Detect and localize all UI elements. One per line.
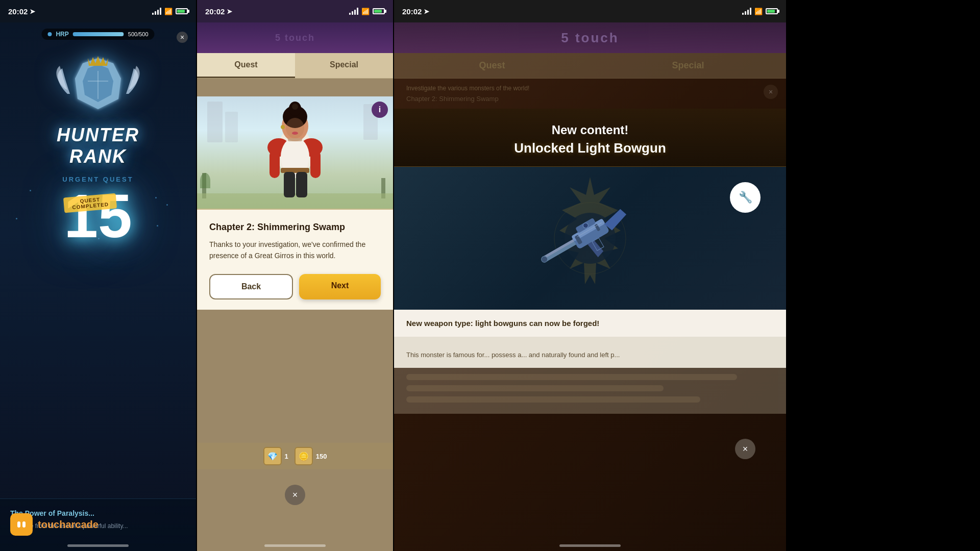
badge-emblem (52, 53, 144, 135)
svg-point-20 (286, 118, 304, 138)
svg-rect-23 (288, 138, 302, 141)
new-content-subtitle: Unlocked Light Bowgun (410, 140, 770, 156)
reward-icon-2: 🪙 (295, 447, 313, 465)
p3-behind-text: Investigate the various monsters of the … (406, 85, 774, 92)
wifi-icon-2: 📶 (361, 8, 370, 15)
p2-close-button[interactable]: × (285, 485, 305, 505)
tab-special-2[interactable]: Special (295, 53, 393, 78)
p2-app-header: 5 touch (197, 22, 393, 53)
home-indicator-3 (559, 544, 621, 547)
battery-icon-3 (766, 8, 778, 14)
tab-quest-2[interactable]: Quest (197, 53, 295, 78)
dialog-buttons: Back Next (209, 274, 381, 299)
phone-3-new-content: 20:02 ➤ 📶 5 touch Quest Special (394, 0, 786, 551)
reward-icon-1: 💎 (263, 447, 282, 465)
blur-line-3 (406, 396, 700, 403)
time-label-1: 20:02 (8, 7, 28, 16)
location-icon-1: ➤ (30, 8, 35, 15)
p3-app-logo: 5 touch (561, 30, 619, 46)
hunter-rank-text: HUNTER RANK (52, 124, 144, 167)
svg-rect-4 (17, 521, 20, 528)
reward-count-1: 1 (285, 453, 288, 460)
particles (0, 176, 196, 246)
hrp-progress-fill (73, 32, 124, 36)
time-label-2: 20:02 (205, 7, 225, 16)
time-label-3: 20:02 (402, 7, 422, 16)
p2-app-logo: 5 touch (275, 33, 315, 43)
svg-rect-3 (14, 517, 29, 532)
status-bar-3: 20:02 ➤ 📶 (394, 0, 786, 22)
signal-icon-1 (152, 8, 161, 15)
home-indicator-2 (264, 544, 326, 547)
wifi-icon-1: 📶 (164, 8, 173, 15)
weapon-info: New weapon type: light bowguns can now b… (394, 310, 786, 337)
battery-icon-1 (176, 8, 188, 14)
status-bar-right-1: 📶 (152, 8, 188, 15)
reward-item-2: 🪙 150 (295, 447, 327, 465)
weapon-info-title: New weapon type: light bowguns can now b… (406, 319, 774, 328)
p3-behind-content: Investigate the various monsters of the … (394, 79, 786, 109)
reward-item-1: 💎 1 (263, 447, 288, 465)
next-button[interactable]: Next (299, 274, 381, 299)
hrp-value: 500/500 (128, 31, 149, 37)
hrp-progress-bar (73, 32, 124, 36)
p3-desc-text: This monster is famous for... possess a.… (406, 350, 774, 361)
p3-behind-close: × (764, 85, 778, 99)
dialog-text: Thanks to your investigation, we've conf… (209, 239, 381, 262)
svg-point-19 (292, 104, 298, 110)
reward-row: 💎 1 🪙 150 (197, 443, 393, 469)
battery-icon-2 (373, 8, 385, 14)
status-bar-2: 20:02 ➤ 📶 (197, 0, 393, 22)
phone-2-main: 5 touch Quest Special Investigate the va… (197, 22, 393, 551)
location-icon-2: ➤ (227, 8, 232, 15)
back-button[interactable]: Back (209, 274, 293, 299)
status-bar-right-3: 📶 (742, 8, 778, 15)
status-bar-right-2: 📶 (349, 8, 385, 15)
hrp-label: HRP (56, 31, 68, 38)
p3-chapter-ref: Chapter 2: Shimmering Swamp (406, 95, 774, 103)
svg-rect-14 (296, 172, 307, 197)
p3-desc-area: This monster is famous for... possess a.… (394, 337, 786, 368)
toucharcade-logo: toucharcade (10, 513, 99, 536)
home-indicator-1 (67, 544, 129, 547)
phone-2-quest: 20:02 ➤ 📶 5 touch Quest Special (197, 0, 393, 551)
ta-text: toucharcade (38, 519, 99, 531)
info-bubble: i (372, 102, 388, 118)
p3-tab-bar: Quest Special (394, 53, 786, 79)
status-bar-left-2: 20:02 ➤ (205, 7, 232, 16)
weapon-display: 🔧 (394, 167, 786, 310)
signal-icon-2 (349, 8, 358, 15)
p3-close-button[interactable]: × (735, 439, 755, 459)
phone-3-main: 5 touch Quest Special Investigate the va… (394, 22, 786, 551)
wifi-icon-3: 📶 (754, 8, 763, 15)
svg-rect-10 (310, 150, 321, 178)
dialog-card: Chapter 2: Shimmering Swamp Thanks to yo… (197, 209, 393, 310)
hunter-text: HUNTER (52, 124, 144, 146)
svg-rect-13 (284, 172, 295, 197)
phone-1-hunter-rank: 20:02 ➤ 📶 HRP 500/500 (0, 0, 196, 551)
p3-app-header: 5 touch (394, 22, 786, 53)
tab-special-3: Special (590, 53, 786, 78)
svg-point-21 (292, 132, 298, 135)
hunter-rank-badge: HUNTER RANK (52, 53, 144, 167)
phone-1-main: HRP 500/500 × (0, 22, 196, 551)
new-content-title: New content! (410, 123, 770, 137)
ta-icon (10, 513, 33, 536)
hrp-bar: HRP 500/500 (41, 29, 154, 40)
status-bar-left-3: 20:02 ➤ (402, 7, 429, 16)
close-button-1[interactable]: × (177, 32, 188, 43)
tab-quest-3: Quest (394, 53, 590, 78)
signal-icon-3 (742, 8, 751, 15)
blur-line-1 (406, 374, 737, 380)
svg-rect-9 (270, 150, 280, 178)
svg-rect-5 (22, 521, 26, 528)
location-icon-3: ➤ (424, 8, 429, 15)
svg-point-22 (281, 125, 285, 129)
chapter-title: Chapter 2: Shimmering Swamp (209, 222, 381, 233)
reward-count-2: 150 (316, 453, 327, 460)
quest-area: Urgent Quest 15 QUEST COMPLETED (0, 176, 196, 246)
rank-text: RANK (52, 146, 144, 167)
p3-blurred-area (394, 368, 786, 414)
status-bar-1: 20:02 ➤ 📶 (0, 0, 196, 22)
p2-tab-bar[interactable]: Quest Special (197, 53, 393, 79)
